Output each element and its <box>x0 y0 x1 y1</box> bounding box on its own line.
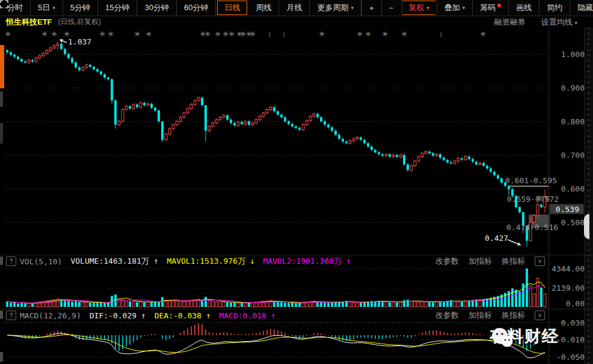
candle[interactable] <box>10 52 12 55</box>
candle[interactable] <box>367 143 369 147</box>
candle[interactable] <box>295 126 297 128</box>
candle[interactable] <box>38 56 41 58</box>
candle[interactable] <box>291 124 293 126</box>
candle[interactable] <box>197 98 200 100</box>
vol-help-button[interactable]: ? <box>6 256 16 266</box>
candle[interactable] <box>223 115 225 117</box>
candle[interactable] <box>17 56 19 59</box>
candle[interactable] <box>407 165 409 171</box>
candle[interactable] <box>457 159 459 161</box>
candle[interactable] <box>161 121 164 140</box>
candle[interactable] <box>479 163 481 164</box>
candle[interactable] <box>194 100 196 105</box>
candle[interactable] <box>248 121 250 125</box>
candle[interactable] <box>78 67 81 70</box>
candle[interactable] <box>46 50 48 53</box>
candle[interactable] <box>425 151 427 153</box>
candle[interactable] <box>219 117 221 120</box>
candle[interactable] <box>60 44 63 49</box>
candle[interactable] <box>57 44 59 46</box>
candle[interactable] <box>251 123 254 125</box>
candle[interactable] <box>241 122 243 124</box>
candle[interactable] <box>352 139 355 141</box>
candle[interactable] <box>421 153 423 157</box>
candle[interactable] <box>262 113 265 117</box>
candle[interactable] <box>244 121 247 124</box>
candle[interactable] <box>392 155 395 157</box>
candle[interactable] <box>13 55 16 56</box>
candle[interactable] <box>287 121 290 124</box>
candle[interactable] <box>280 115 283 117</box>
candle[interactable] <box>143 103 146 105</box>
candle[interactable] <box>64 49 66 54</box>
macd-action-改参数[interactable]: 改参数 <box>435 310 459 321</box>
candle[interactable] <box>334 131 337 135</box>
macd-action-换指标[interactable]: 换指标 <box>502 310 525 321</box>
left-edge-orange-tab[interactable] <box>0 45 4 88</box>
candle[interactable] <box>518 207 521 212</box>
candle[interactable] <box>176 121 178 125</box>
candle[interactable] <box>320 117 322 121</box>
candle[interactable] <box>324 121 326 125</box>
candle[interactable] <box>338 135 340 139</box>
candle[interactable] <box>497 175 499 179</box>
candle[interactable] <box>417 157 420 161</box>
candle[interactable] <box>96 69 99 71</box>
vol-action-改参数[interactable]: 改参数 <box>435 256 459 267</box>
candle[interactable] <box>100 71 102 74</box>
candle[interactable] <box>493 172 496 175</box>
candle[interactable] <box>450 162 452 163</box>
candle[interactable] <box>204 105 207 131</box>
candle[interactable] <box>342 139 344 141</box>
candle[interactable] <box>42 53 45 56</box>
candle[interactable] <box>385 154 387 156</box>
candle[interactable] <box>111 79 113 100</box>
candle[interactable] <box>215 120 218 123</box>
candle[interactable] <box>71 58 73 62</box>
candle[interactable] <box>121 109 124 121</box>
candle[interactable] <box>363 140 366 144</box>
candle[interactable] <box>360 138 362 140</box>
candle[interactable] <box>132 105 135 109</box>
candle[interactable] <box>6 50 8 52</box>
candle[interactable] <box>168 129 171 134</box>
vol-action-加指标[interactable]: 加指标 <box>469 256 492 267</box>
candle[interactable] <box>461 159 463 160</box>
right-edge-strip[interactable] <box>585 28 593 364</box>
candle[interactable] <box>259 117 261 120</box>
candle[interactable] <box>114 100 117 124</box>
candle[interactable] <box>331 127 333 131</box>
candle[interactable] <box>500 178 503 183</box>
candle[interactable] <box>490 168 492 172</box>
candle[interactable] <box>53 46 55 48</box>
candle[interactable] <box>298 128 301 130</box>
candle[interactable] <box>536 205 539 216</box>
candle[interactable] <box>486 166 488 168</box>
candle[interactable] <box>172 125 174 129</box>
candle[interactable] <box>306 121 308 125</box>
candle[interactable] <box>226 115 229 120</box>
candle[interactable] <box>269 107 272 109</box>
candle[interactable] <box>93 67 95 69</box>
candle[interactable] <box>20 59 23 61</box>
candle[interactable] <box>165 134 167 140</box>
candle[interactable] <box>237 122 239 126</box>
candle[interactable] <box>414 161 416 166</box>
candle[interactable] <box>179 117 182 121</box>
candle[interactable] <box>266 109 268 113</box>
candle[interactable] <box>443 157 445 160</box>
candle[interactable] <box>107 77 109 79</box>
candle[interactable] <box>475 162 478 164</box>
vol-action-换指标[interactable]: 换指标 <box>502 256 525 267</box>
candle[interactable] <box>432 153 434 156</box>
candle[interactable] <box>378 153 380 154</box>
candle[interactable] <box>399 155 402 157</box>
candle[interactable] <box>136 105 138 107</box>
candle[interactable] <box>190 105 192 109</box>
candle[interactable] <box>446 160 449 162</box>
candle[interactable] <box>389 154 391 157</box>
candle[interactable] <box>208 126 210 130</box>
candle[interactable] <box>428 151 431 153</box>
candle[interactable] <box>140 103 142 107</box>
candle[interactable] <box>472 159 474 162</box>
